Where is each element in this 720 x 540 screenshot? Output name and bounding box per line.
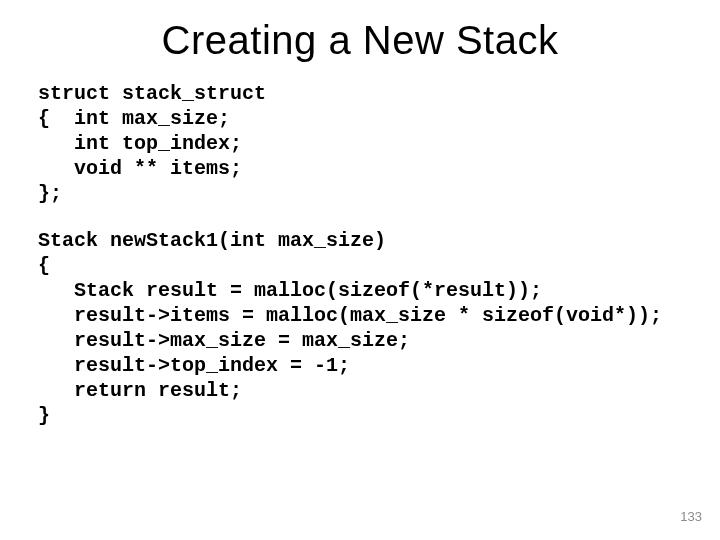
page-number: 133 [680,509,702,524]
code-function-definition: Stack newStack1(int max_size) { Stack re… [0,206,720,428]
slide-title: Creating a New Stack [0,0,720,73]
code-struct-definition: struct stack_struct { int max_size; int … [0,73,720,206]
slide: Creating a New Stack struct stack_struct… [0,0,720,540]
